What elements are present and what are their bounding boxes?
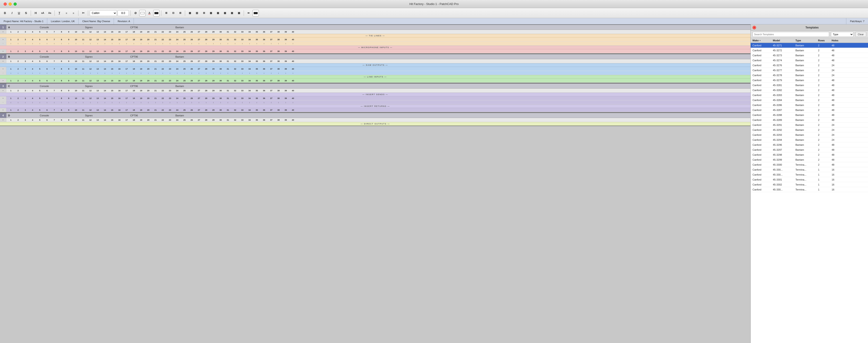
font-select[interactable]: Calibri: [90, 10, 117, 16]
templates-type-select[interactable]: Type Bantam TT Terminal: [831, 32, 854, 37]
jack-num-13: 13: [94, 119, 101, 121]
template-row-4[interactable]: Canford 45-3276 Bantam 2 24: [751, 63, 868, 68]
template-row-10[interactable]: Canford 45-3283 Bantam 2 48: [751, 93, 868, 98]
fill-color-button[interactable]: [139, 10, 146, 16]
close-button[interactable]: [4, 2, 7, 6]
jack-num-31: 31: [224, 60, 231, 62]
template-row-18[interactable]: Canford 45-3293 Bantam 2 24: [751, 132, 868, 137]
patchbay-scroll[interactable]: 1 A Console Signex CPT96 Bantam ▸ 123456…: [0, 24, 750, 343]
template-row-13[interactable]: Canford 45-3287 Bantam 2 48: [751, 107, 868, 113]
template-row-21[interactable]: Canford 45-3297 Bantam 2 48: [751, 147, 868, 152]
ctrl-1b: ▸: [0, 37, 6, 41]
align-left-button[interactable]: ≡: [63, 10, 70, 16]
tmpl-holes-21: 48: [832, 149, 845, 151]
case-lower-button[interactable]: aA: [39, 10, 46, 16]
jack-num-16: 16: [116, 80, 123, 82]
underline-button[interactable]: U: [16, 10, 22, 16]
col-model[interactable]: Model: [773, 39, 796, 42]
heading-button[interactable]: H: [33, 10, 39, 16]
grid5-button[interactable]: ▤: [194, 10, 200, 16]
revision-label: Revision: A: [118, 20, 130, 23]
jack-num-17: 17: [123, 90, 130, 92]
minimize-button[interactable]: [8, 2, 12, 6]
template-row-2[interactable]: Canford 45-3273 Bantam 2 48: [751, 53, 868, 58]
grid10-button[interactable]: ▦: [229, 10, 235, 16]
jack-num-16: 16: [116, 31, 123, 33]
tielines-nums-1: 1234567891011121314151617181920212223242…: [6, 37, 750, 41]
italic-button[interactable]: I: [9, 10, 15, 16]
template-row-15[interactable]: Canford 45-3289 Bantam 2 48: [751, 118, 868, 122]
sort-arrow-make: ▲: [759, 39, 761, 41]
template-row-14[interactable]: Canford 45-3288 Bantam 2 48: [751, 113, 868, 118]
template-row-19[interactable]: Canford 45-3294 Bantam 2 24: [751, 137, 868, 142]
tmpl-rows-2: 2: [818, 54, 832, 57]
template-row-27[interactable]: Canford 45-3301 Termina... 1 16: [751, 177, 868, 182]
template-row-7[interactable]: Canford 45-3279 Bantam 2 48: [751, 78, 868, 83]
template-row-3[interactable]: Canford 45-3274 Bantam 2 48: [751, 58, 868, 63]
jack-num-2: 2: [14, 97, 22, 99]
template-row-25[interactable]: Canford 45-330... Termina... 1 16: [751, 167, 868, 172]
template-row-0[interactable]: Canford 45-3271 Bantam 2 48: [751, 43, 868, 48]
grid6-button[interactable]: ⊞: [201, 10, 207, 16]
grid11-button[interactable]: ▦: [236, 10, 242, 16]
template-row-8[interactable]: Canford 45-3281 Bantam 2 48: [751, 83, 868, 88]
jack-num-28: 28: [203, 68, 210, 70]
col-rows[interactable]: Rows: [818, 39, 832, 42]
text-color-button[interactable]: A: [146, 10, 153, 16]
template-row-23[interactable]: Canford 45-3299 Bantam 2 48: [751, 157, 868, 162]
stroke-color-button[interactable]: [153, 10, 160, 16]
align-right-button[interactable]: ≡: [70, 10, 76, 16]
grid7-button[interactable]: ▦: [208, 10, 214, 16]
tmpl-holes-28: 16: [832, 183, 845, 186]
template-row-24[interactable]: Canford 45-3300 Termina... 2 48: [751, 162, 868, 167]
pen-color-button[interactable]: [252, 10, 259, 16]
template-row-29[interactable]: Canford 45-330... Termina... 1 16: [751, 187, 868, 192]
grid3-button[interactable]: ⊞: [177, 10, 183, 16]
jack-num-4: 4: [29, 68, 36, 70]
template-row-22[interactable]: Canford 45-3298 Bantam 2 48: [751, 152, 868, 157]
col-make[interactable]: Make ▲: [752, 39, 773, 42]
grid8-button[interactable]: ▦: [215, 10, 221, 16]
template-row-5[interactable]: Canford 45-3277 Bantam 2 24: [751, 68, 868, 73]
templates-clear-button[interactable]: Clear: [855, 32, 866, 37]
tmpl-model-8: 45-3281: [773, 84, 796, 87]
scissors-button[interactable]: ✂: [80, 10, 86, 16]
templates-search-input[interactable]: [752, 32, 829, 37]
template-row-17[interactable]: Canford 45-3292 Bantam 2 24: [751, 127, 868, 132]
jack-num-5: 5: [36, 97, 43, 99]
grid2-button[interactable]: ⊟: [170, 10, 176, 16]
template-row-1[interactable]: Canford 45-3272 Bantam 2 48: [751, 48, 868, 53]
fill-arrow-button[interactable]: ⊘: [132, 10, 138, 16]
template-row-20[interactable]: Canford 45-3296 Bantam 2 48: [751, 142, 868, 147]
templates-close-button[interactable]: ✕: [752, 26, 756, 29]
template-row-26[interactable]: Canford 45-330... Termina... 1 16: [751, 172, 868, 177]
grid4-button[interactable]: ▦: [187, 10, 193, 16]
case-upper-button[interactable]: Aa: [46, 10, 53, 16]
jack-num-21: 21: [152, 31, 159, 33]
templates-list[interactable]: Canford 45-3271 Bantam 2 48 Canford 45-3…: [751, 43, 868, 343]
template-row-6[interactable]: Canford 45-3278 Bantam 2 24: [751, 73, 868, 78]
jack-num-1: 1: [7, 31, 14, 33]
jack-num-6: 6: [43, 60, 51, 62]
table-button[interactable]: ⊞: [163, 10, 169, 16]
template-row-11[interactable]: Canford 45-3284 Bantam 2 48: [751, 98, 868, 102]
template-row-12[interactable]: Canford 45-3286 Bantam 2 48: [751, 102, 868, 107]
text-style-button[interactable]: T̲: [56, 10, 63, 16]
template-row-9[interactable]: Canford 45-3282 Bantam 2 48: [751, 88, 868, 93]
font-size-input[interactable]: [118, 10, 129, 16]
grid9-button[interactable]: ▦: [222, 10, 228, 16]
tmpl-model-18: 45-3293: [773, 133, 796, 136]
pen-button[interactable]: ✏: [246, 10, 252, 16]
col-type[interactable]: Type: [796, 39, 818, 42]
template-row-28[interactable]: Canford 45-3302 Termina... 1 16: [751, 182, 868, 187]
strikethrough-button[interactable]: S: [23, 10, 29, 16]
jack-num-5: 5: [36, 38, 43, 41]
col-holes[interactable]: Holes: [832, 39, 845, 42]
template-row-16[interactable]: Canford 45-3291 Bantam 2 24: [751, 122, 868, 127]
maximize-button[interactable]: [13, 2, 17, 6]
jack-num-3: 3: [22, 50, 29, 53]
jack-num-5: 5: [36, 31, 43, 33]
jack-num-25: 25: [181, 38, 188, 41]
arrow-28: ↓: [210, 72, 217, 74]
bold-button[interactable]: B: [2, 10, 8, 16]
